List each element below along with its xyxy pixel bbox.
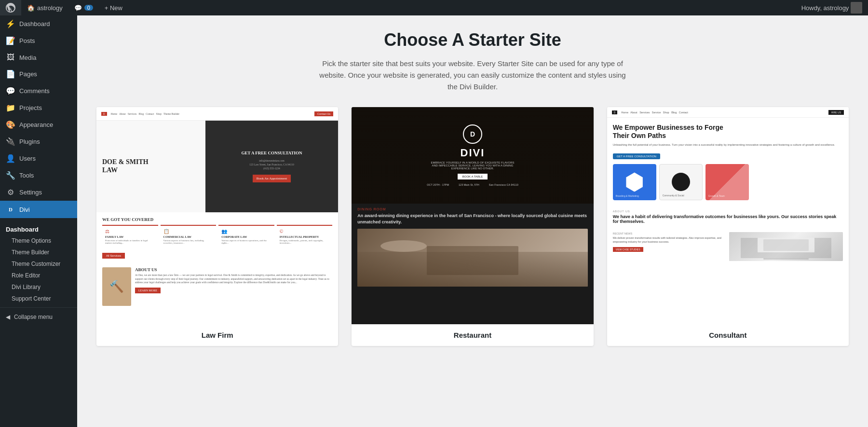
user-avatar [851, 2, 862, 14]
collapse-menu-button[interactable]: ◀ Collapse menu [0, 307, 77, 326]
page-title: Choose A Starter Site [96, 30, 849, 50]
cons-nav: D Home About Services Service Shop Blog … [607, 107, 849, 118]
submenu-divi-library[interactable]: Divi Library [0, 281, 77, 293]
admin-bar: 🏠 astrology 💬 0 + New Howdy, astrology [0, 0, 868, 15]
site-name: astrology [37, 4, 63, 12]
consultant-mockup: D Home About Services Service Shop Blog … [607, 107, 849, 324]
home-icon: 🏠 [27, 4, 35, 12]
restaurant-mockup: D DIVI EMBRACE YOURSELF IN A WORLD OF EX… [352, 107, 593, 324]
submenu-role-editor[interactable]: Role Editor [0, 270, 77, 281]
wp-logo-link[interactable] [0, 0, 21, 15]
sidebar-item-media[interactable]: 🖼 Media [0, 49, 77, 66]
submenu-theme-builder[interactable]: Theme Builder [0, 247, 77, 258]
tools-icon: 🔧 [6, 171, 15, 180]
site-name-link[interactable]: 🏠 astrology [21, 0, 68, 15]
sidebar-item-users[interactable]: 👤 Users [0, 150, 77, 167]
sidebar-label-posts: Posts [19, 37, 35, 44]
divi-icon: D [6, 205, 15, 214]
law-firm-mockup: D Home About Services Blog Contact Shop … [96, 107, 338, 324]
sidebar-label-projects: Projects [19, 104, 42, 111]
posts-icon: 📝 [6, 36, 15, 45]
sidebar-label-comments: Comments [19, 87, 50, 95]
sidebar-item-dashboard[interactable]: ⚡ Dashboard [0, 15, 77, 32]
submenu-theme-customizer[interactable]: Theme Customizer [0, 258, 77, 270]
sidebar-item-comments[interactable]: 💬 Comments [0, 83, 77, 99]
law-firm-preview: D Home About Services Blog Contact Shop … [96, 107, 338, 324]
sidebar-label-appearance: Appearance [19, 121, 53, 128]
collapse-icon: ◀ [6, 314, 10, 320]
rest-hero: D DIVI EMBRACE YOURSELF IN A WORLD OF EX… [352, 107, 593, 204]
comments-icon: 💬 [74, 4, 82, 12]
sidebar-label-plugins: Plugins [19, 138, 40, 145]
sidebar-label-media: Media [19, 54, 36, 61]
law-firm-label: Law Firm [96, 324, 338, 346]
divi-submenu-title: Dashboard [0, 221, 77, 235]
sidebar-menu: ⚡ Dashboard 📝 Posts 🖼 Media 📄 Pages � [0, 15, 77, 218]
sidebar-label-settings: Settings [19, 189, 42, 196]
sidebar-item-settings[interactable]: ⚙ Settings [0, 184, 77, 201]
howdy-text: Howdy, astrology [801, 4, 849, 12]
divi-submenu: Dashboard Theme Options Theme Builder Th… [0, 218, 77, 307]
sidebar-item-posts[interactable]: 📝 Posts [0, 32, 77, 49]
sidebar-item-appearance[interactable]: 🎨 Appearance [0, 116, 77, 133]
sidebar: ⚡ Dashboard 📝 Posts 🖼 Media 📄 Pages � [0, 15, 77, 427]
site-card-restaurant[interactable]: D DIVI EMBRACE YOURSELF IN A WORLD OF EX… [352, 107, 593, 346]
projects-icon: 📁 [6, 103, 15, 112]
lf-hero: DOE & SMITHLAW GET A FREE CONSULTATION i… [96, 121, 338, 212]
submenu-theme-options[interactable]: Theme Options [0, 235, 77, 247]
main-content: Choose A Starter Site Pick the starter s… [77, 15, 868, 427]
site-card-law-firm[interactable]: D Home About Services Blog Contact Shop … [96, 107, 338, 346]
site-card-consultant[interactable]: D Home About Services Service Shop Blog … [607, 107, 849, 346]
collapse-label: Collapse menu [14, 314, 53, 320]
howdy-section[interactable]: Howdy, astrology [801, 2, 868, 14]
consultant-label: Consultant [607, 324, 849, 346]
sidebar-label-tools: Tools [19, 172, 34, 179]
restaurant-preview: D DIVI EMBRACE YOURSELF IN A WORLD OF EX… [352, 107, 593, 324]
dashboard-icon: ⚡ [6, 19, 15, 28]
appearance-icon: 🎨 [6, 120, 15, 129]
plugins-icon: 🔌 [6, 137, 15, 146]
sidebar-label-divi: Divi [19, 206, 30, 213]
settings-icon: ⚙ [6, 188, 15, 197]
sidebar-label-users: Users [19, 155, 36, 162]
consultant-preview: D Home About Services Service Shop Blog … [607, 107, 849, 324]
new-label: + New [105, 4, 122, 12]
users-icon: 👤 [6, 154, 15, 163]
sidebar-label-pages: Pages [19, 70, 37, 78]
submenu-support-center[interactable]: Support Center [0, 293, 77, 304]
media-icon: 🖼 [6, 53, 15, 62]
restaurant-label: Restaurant [352, 324, 593, 346]
comments-count: 0 [84, 5, 93, 11]
sidebar-label-dashboard: Dashboard [19, 20, 50, 28]
comments-icon: 💬 [6, 86, 15, 96]
new-content-link[interactable]: + New [99, 0, 128, 15]
sidebar-item-pages[interactable]: 📄 Pages [0, 66, 77, 83]
page-description: Pick the starter site that best suits yo… [316, 58, 629, 93]
wp-logo-icon [6, 3, 15, 13]
lf-nav: D Home About Services Blog Contact Shop … [96, 107, 338, 121]
sidebar-item-plugins[interactable]: 🔌 Plugins [0, 133, 77, 150]
page-header: Choose A Starter Site Pick the starter s… [96, 30, 849, 93]
starter-sites-grid: D Home About Services Blog Contact Shop … [96, 107, 849, 346]
sidebar-item-projects[interactable]: 📁 Projects [0, 99, 77, 116]
sidebar-item-tools[interactable]: 🔧 Tools [0, 167, 77, 184]
sidebar-item-divi[interactable]: D Divi [0, 201, 77, 218]
comments-link[interactable]: 💬 0 [68, 0, 99, 15]
pages-icon: 📄 [6, 69, 15, 79]
